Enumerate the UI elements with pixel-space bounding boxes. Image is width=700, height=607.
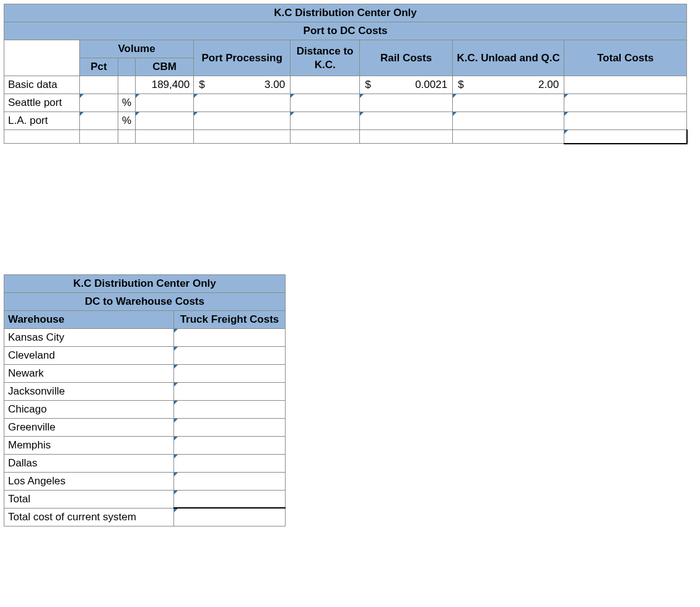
row-warehouse: Cleveland (4, 346, 286, 364)
cell-truck-cost[interactable] (174, 400, 286, 418)
cell-pct-unit: % (118, 112, 136, 130)
col-total: Total Costs (564, 40, 687, 76)
cell-rail[interactable] (360, 112, 453, 130)
row-label: Basic data (4, 76, 80, 94)
cell-cbm[interactable] (136, 112, 194, 130)
cell-rail: $ 0.0021 (360, 76, 453, 94)
col-volume: Volume (80, 40, 194, 58)
cell-truck-cost[interactable] (174, 454, 286, 472)
row-warehouse: Dallas (4, 454, 286, 472)
warehouse-label: Newark (4, 364, 174, 382)
warehouse-label: Los Angeles (4, 472, 174, 490)
row-warehouse: Newark (4, 364, 286, 382)
top-subtitle: Port to DC Costs (4, 22, 687, 40)
warehouse-label: Kansas City (4, 328, 174, 346)
cell-cbm[interactable] (136, 94, 194, 112)
cell-port-processing[interactable] (194, 112, 291, 130)
row-blank-summary (4, 130, 687, 144)
blank-corner (4, 40, 80, 58)
row-warehouse: Memphis (4, 436, 286, 454)
row-label: Seattle port (4, 94, 80, 112)
warehouse-label: Greenville (4, 418, 174, 436)
currency-sym: $ (364, 78, 370, 92)
col-unload: K.C. Unload and Q.C (453, 40, 564, 76)
row-total: Total (4, 490, 286, 508)
cell-total (564, 76, 687, 94)
cell-pct (80, 76, 118, 94)
row-warehouse: Chicago (4, 400, 286, 418)
col-truck: Truck Freight Costs (174, 310, 286, 328)
col-pct-unit (118, 58, 136, 76)
cell-rail[interactable] (360, 94, 453, 112)
cell-blank (4, 130, 80, 144)
cell-cbm: 189,400 (136, 76, 194, 94)
col-distance: Distance to K.C. (291, 40, 360, 76)
cell-blank (291, 130, 360, 144)
bottom-subtitle: DC to Warehouse Costs (4, 292, 286, 310)
cell-pct[interactable] (80, 94, 118, 112)
cell-system-total[interactable] (174, 508, 286, 526)
cell-blank (453, 130, 564, 144)
row-warehouse: Greenville (4, 418, 286, 436)
row-grand-total: Total cost of current system (4, 508, 286, 526)
cell-truck-cost[interactable] (174, 472, 286, 490)
cell-total[interactable] (564, 94, 687, 112)
cell-distance[interactable] (291, 112, 360, 130)
cell-distance[interactable] (291, 94, 360, 112)
cell-truck-total[interactable] (174, 490, 286, 508)
cell-distance (291, 76, 360, 94)
cell-grand-total[interactable] (564, 130, 687, 144)
cell-truck-cost[interactable] (174, 382, 286, 400)
bottom-title: K.C Distribution Center Only (4, 274, 286, 292)
cell-unload[interactable] (453, 112, 564, 130)
blank-corner2 (4, 58, 80, 76)
cell-truck-cost[interactable] (174, 346, 286, 364)
cell-blank (194, 130, 291, 144)
cell-blank (80, 130, 118, 144)
col-rail: Rail Costs (360, 40, 453, 76)
cell-unload[interactable] (453, 94, 564, 112)
col-cbm: CBM (136, 58, 194, 76)
cell-blank (118, 130, 136, 144)
warehouse-label: Jacksonville (4, 382, 174, 400)
row-warehouse: Los Angeles (4, 472, 286, 490)
row-label: L.A. port (4, 112, 80, 130)
currency-val: 2.00 (538, 78, 560, 92)
warehouse-label: Total cost of current system (4, 508, 174, 526)
cell-pct-unit (118, 76, 136, 94)
port-to-dc-table: K.C Distribution Center Only Port to DC … (4, 4, 688, 144)
cell-total[interactable] (564, 112, 687, 130)
row-warehouse: Kansas City (4, 328, 286, 346)
warehouse-label: Dallas (4, 454, 174, 472)
cell-truck-cost[interactable] (174, 328, 286, 346)
currency-val: 0.0021 (415, 78, 448, 92)
cell-pct-unit: % (118, 94, 136, 112)
row-la-port: L.A. port % (4, 112, 687, 130)
cell-port-processing[interactable] (194, 94, 291, 112)
warehouse-label: Chicago (4, 400, 174, 418)
dc-to-warehouse-table: K.C Distribution Center Only DC to Wareh… (4, 274, 286, 526)
cell-truck-cost[interactable] (174, 418, 286, 436)
row-seattle-port: Seattle port % (4, 94, 687, 112)
cell-blank (360, 130, 453, 144)
col-warehouse: Warehouse (4, 310, 174, 328)
row-basic-data: Basic data 189,400 $ 3.00 $ 0.0021 $ 2.0… (4, 76, 687, 94)
cell-unload: $ 2.00 (453, 76, 564, 94)
warehouse-label: Memphis (4, 436, 174, 454)
cell-truck-cost[interactable] (174, 436, 286, 454)
cell-blank (136, 130, 194, 144)
currency-val: 3.00 (265, 78, 286, 92)
currency-sym: $ (198, 78, 204, 92)
cell-pct[interactable] (80, 112, 118, 130)
row-warehouse: Jacksonville (4, 382, 286, 400)
warehouse-label: Total (4, 490, 174, 508)
cell-port-processing: $ 3.00 (194, 76, 291, 94)
warehouse-label: Cleveland (4, 346, 174, 364)
col-pct: Pct (80, 58, 118, 76)
currency-sym: $ (457, 78, 463, 92)
col-port-processing: Port Processing (194, 40, 291, 76)
cell-truck-cost[interactable] (174, 364, 286, 382)
top-title: K.C Distribution Center Only (4, 4, 687, 22)
